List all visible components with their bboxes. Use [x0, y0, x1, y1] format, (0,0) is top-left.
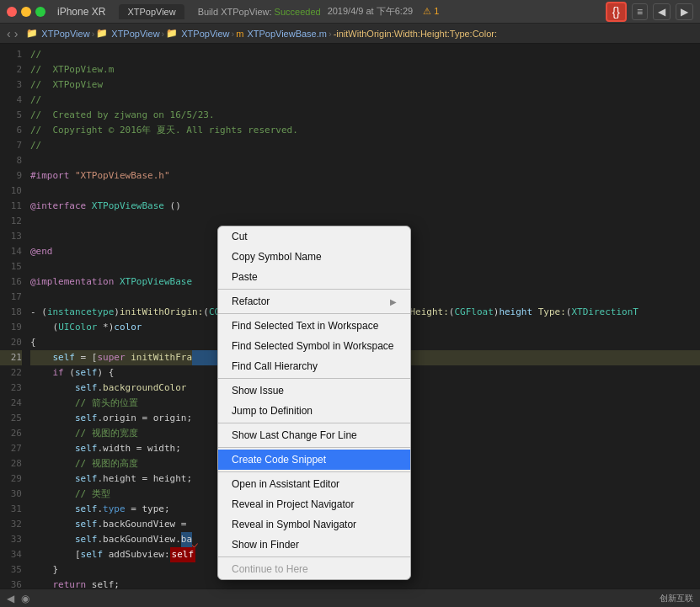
nav-forward-button[interactable]: › [14, 27, 19, 40]
menu-item-show-issue[interactable]: Show Issue [218, 381, 410, 401]
breadcrumb-item-4[interactable]: XTPopViewBase.m [247, 29, 327, 39]
menu-item-paste[interactable]: Paste [218, 267, 410, 287]
menu-item-refactor[interactable]: Refactor ▶ [218, 291, 410, 311]
menu-item-reveal-project[interactable]: Reveal in Project Navigator [218, 494, 410, 514]
menu-separator-2 [218, 313, 410, 314]
breadcrumb-bar: ‹ › 📁 XTPopView › 📁 XTPopView › 📁 XTPopV… [0, 24, 700, 44]
breadcrumb-item-1[interactable]: XTPopView [41, 29, 89, 39]
submenu-arrow-icon: ▶ [390, 297, 397, 306]
code-line-5: // Created by zjwang on 16/5/23. [30, 108, 700, 123]
folder-icon-3: 📁 [166, 28, 178, 39]
titlebar-right: {} ≡ ◀ ▶ [606, 2, 693, 22]
menu-item-cut[interactable]: Cut [218, 226, 410, 247]
code-line-6: // Copyright © 2016年 夏天. All rights rese… [30, 123, 700, 138]
build-time: 2019/4/9 at 下午6:29 [328, 5, 414, 18]
breadcrumb-item-3[interactable]: XTPopView [181, 29, 229, 39]
file-icon: m [236, 29, 243, 39]
menu-separator-1 [218, 289, 410, 290]
title-bar: iPhone XR XTPopView Build XTPopView: Suc… [0, 0, 700, 24]
menu-item-find-symbol[interactable]: Find Selected Symbol in Workspace [218, 336, 410, 356]
bottom-bar: ◀ ◉ 创新互联 [0, 588, 700, 607]
close-button[interactable] [7, 7, 17, 17]
code-line-4: // [30, 93, 700, 108]
menu-item-jump-definition[interactable]: Jump to Definition [218, 401, 410, 421]
menu-item-create-snippet[interactable]: Create Code Snippet [218, 450, 410, 470]
menu-item-open-assistant[interactable]: Open in Assistant Editor [218, 474, 410, 494]
menu-item-last-change[interactable]: Show Last Change For Line [218, 425, 410, 445]
menu-item-show-finder[interactable]: Show in Finder [218, 535, 410, 555]
code-line-1: // [30, 47, 700, 62]
code-line-7: // [30, 138, 700, 153]
device-name: iPhone XR [57, 6, 105, 18]
menu-separator-3 [218, 378, 410, 379]
folder-icon-2: 📁 [96, 28, 108, 39]
build-label: Build XTPopView: Succeeded [198, 7, 321, 17]
tab-xtpopview[interactable]: XTPopView [119, 4, 184, 19]
menu-separator-5 [218, 447, 410, 448]
breadcrumb-method[interactable]: -initWithOrigin:Width:Height:Type:Color: [334, 29, 497, 39]
code-line-3: // XTPopView [30, 77, 700, 93]
maximize-button[interactable] [35, 7, 45, 17]
menu-item-copy-symbol[interactable]: Copy Symbol Name [218, 247, 410, 267]
traffic-lights [7, 7, 45, 17]
bottom-circle-button[interactable]: ◉ [21, 593, 29, 604]
minimize-button[interactable] [21, 7, 31, 17]
back-nav-button[interactable]: ◀ [653, 3, 671, 20]
menu-item-continue: Continue to Here [218, 559, 410, 579]
menu-item-reveal-symbol[interactable]: Reveal in Symbol Navigator [218, 514, 410, 535]
code-line-8 [30, 153, 700, 168]
code-line-9: #import "XTPopViewBase.h" [30, 168, 700, 184]
context-menu: Cut Copy Symbol Name Paste Refactor ▶ Fi… [217, 226, 411, 580]
menu-item-find-hierarchy[interactable]: Find Call Hierarchy [218, 356, 410, 376]
menu-separator-7 [218, 556, 410, 557]
breadcrumb-nav: ‹ › [7, 27, 18, 40]
code-line-2: // XTPopView.m [30, 62, 700, 77]
list-view-button[interactable]: ≡ [632, 3, 648, 20]
forward-nav-button[interactable]: ▶ [676, 3, 693, 20]
watermark-text: 创新互联 [660, 593, 693, 604]
code-line-10 [30, 184, 700, 199]
bottom-left-button[interactable]: ◀ [7, 593, 14, 604]
curly-brace-button[interactable]: {} [606, 2, 627, 22]
folder-icon: 📁 [26, 28, 38, 39]
menu-item-find-text[interactable]: Find Selected Text in Workspace [218, 316, 410, 336]
menu-separator-4 [218, 423, 410, 423]
nav-back-button[interactable]: ‹ [7, 27, 11, 40]
code-line-11: @interface XTPopViewBase () [30, 199, 700, 214]
warning-badge[interactable]: ⚠ 1 [423, 6, 439, 17]
menu-separator-6 [218, 471, 410, 472]
breadcrumb-item-2[interactable]: XTPopView [111, 29, 159, 39]
line-numbers: 1234 5678 9101112 13141516 17181920 21 2… [0, 44, 27, 588]
